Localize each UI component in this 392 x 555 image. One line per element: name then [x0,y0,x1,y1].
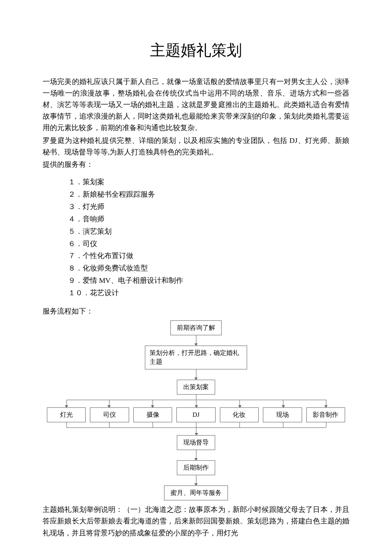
flow-step-6: 后期制作 [177,460,215,475]
list-item: ８．化妆师免费试妆造型 [68,262,349,275]
list-item: ６．司仪 [68,238,349,250]
list-item: ５．演艺策划 [68,226,349,238]
flow-arrow [47,369,345,380]
flow-arrow [47,475,345,485]
flow-branch-dj: DJ [176,407,215,422]
service-list: １．策划案 ２．新娘秘书全程跟踪服务 ３．灯光师 ４．音响师 ５．演艺策划 ６．… [68,176,349,299]
intro-paragraph-2: 罗曼庭为这种婚礼提供完整、详细的策划，以及相应实施的专业团队，包括 DJ、灯光师… [43,135,349,158]
flow-branch-mc: 司仪 [90,407,129,422]
flow-step-5: 现场督导 [177,435,215,450]
flow-branch-av: 影音制作 [306,407,345,422]
flow-branch-lighting: 灯光 [47,407,86,422]
flowchart: 前期咨询了解 策划分析，打开思路，确定婚礼主题 出策划案 灯光 司仪 摄像 DJ… [47,320,345,500]
flow-split [47,395,345,407]
list-item: ２．新娘秘书全程跟踪服务 [68,189,349,201]
flow-step-2: 策划分析，打开思路，确定婚礼主题 [145,346,247,369]
flow-branch-camera: 摄像 [133,407,172,422]
flow-step-1: 前期咨询了解 [170,320,222,335]
list-item: ７．个性化布置订做 [68,250,349,262]
list-item: １０．花艺设计 [68,287,349,299]
flow-heading: 服务流程如下： [43,305,349,317]
list-item: １．策划案 [68,176,349,189]
list-item: ４．音响师 [68,213,349,226]
page-title: 主题婚礼策划 [43,38,349,63]
flow-merge [47,422,345,435]
flow-arrow [47,335,345,346]
intro-paragraph-3: 提供的服务有： [43,159,349,170]
flow-arrow [47,450,345,460]
intro-paragraph-1: 一场完美的婚礼应该只属于新人自己，就像一场童话般的爱情故事里只有一对男女主人公，… [43,76,349,134]
flow-step-7: 蜜月、周年等服务 [164,485,228,500]
list-item: ３．灯光师 [68,201,349,213]
list-item: ９．爱情 MV、电子相册设计和制作 [68,275,349,287]
flow-branch-makeup: 化妆 [220,407,259,422]
flow-step-3: 出策划案 [177,380,215,395]
example-paragraph: 主题婚礼策划举例说明：（一）北海道之恋：故事原本为，新郎小时候跟随父母去了日本，… [43,504,349,539]
flow-branch-scene: 现场 [263,407,302,422]
